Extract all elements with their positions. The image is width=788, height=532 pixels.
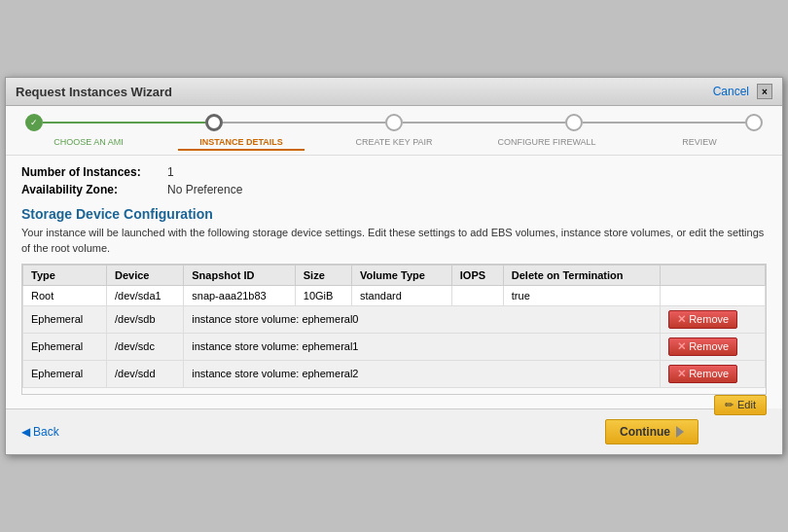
back-button[interactable]: ◀ Back [21, 425, 59, 439]
availability-zone-label: Availability Zone: [21, 183, 167, 196]
close-button[interactable]: × [757, 84, 772, 99]
remove-x-icon: ✕ [677, 313, 686, 326]
step-label-4[interactable]: CONFIGURE FIREWALL [484, 137, 610, 151]
table-row: Ephemeral/dev/sdcinstance store volume: … [23, 333, 766, 360]
continue-button-label: Continue [620, 425, 670, 439]
step-line-2 [223, 122, 385, 124]
table-cell: /dev/sdc [107, 333, 184, 360]
remove-button[interactable]: ✕ Remove [668, 310, 737, 329]
table-cell: Ephemeral [23, 333, 107, 360]
step-circle-4 [565, 114, 583, 131]
table-cell: /dev/sda1 [107, 285, 184, 305]
table-cell: /dev/sdb [107, 305, 184, 333]
title-bar: Request Instances Wizard Cancel × [6, 78, 782, 106]
remove-x-icon: ✕ [677, 340, 686, 353]
table-action-cell: ✕ Remove [661, 333, 766, 360]
col-snapshot: Snapshot ID [184, 265, 296, 285]
wizard-dialog: Request Instances Wizard Cancel × ✓ CHOO… [5, 77, 783, 455]
table-cell: Ephemeral [23, 305, 107, 333]
wizard-steps: ✓ CHOOSE AN AMI INSTANCE DETAILS CREATE … [6, 106, 782, 156]
availability-zone-value: No Preference [167, 183, 242, 196]
step-circle-2 [205, 114, 223, 131]
storage-table-container: Type Device Snapshot ID Size Volume Type… [21, 264, 767, 395]
cancel-link[interactable]: Cancel [713, 85, 749, 98]
table-cell: snap-aaa21b83 [184, 285, 296, 305]
col-volume-type: Volume Type [352, 265, 452, 285]
step-line-3 [403, 122, 565, 124]
step-circle-3 [385, 114, 403, 131]
table-action-cell [661, 285, 766, 305]
storage-section-title: Storage Device Configuration [21, 206, 767, 222]
col-actions [661, 265, 766, 285]
table-row: Ephemeral/dev/sdbinstance store volume: … [23, 305, 766, 333]
remove-button[interactable]: ✕ Remove [668, 337, 737, 356]
steps-labels: CHOOSE AN AMI INSTANCE DETAILS CREATE KE… [25, 135, 763, 155]
wizard-footer: ◀ Back Continue [6, 408, 714, 454]
table-cell: instance store volume: ephemeral2 [184, 360, 661, 387]
remove-x-icon: ✕ [677, 368, 686, 380]
continue-button[interactable]: Continue [605, 419, 698, 444]
table-cell: true [503, 285, 660, 305]
back-arrow-icon: ◀ [21, 425, 30, 439]
table-row: Root/dev/sda1snap-aaa21b8310GiBstandardt… [23, 285, 766, 305]
step-label-2[interactable]: INSTANCE DETAILS [178, 137, 304, 151]
col-size: Size [295, 265, 351, 285]
edit-button-label: Edit [737, 399, 756, 410]
steps-track: ✓ [25, 114, 763, 135]
table-action-cell: ✕ Remove [661, 360, 766, 387]
continue-arrow-icon [676, 426, 684, 438]
storage-table: Type Device Snapshot ID Size Volume Type… [22, 265, 766, 388]
main-content: Number of Instances: 1 Availability Zone… [6, 156, 782, 408]
dialog-title: Request Instances Wizard [16, 85, 172, 99]
col-delete: Delete on Termination [503, 265, 660, 285]
remove-button[interactable]: ✕ Remove [668, 365, 737, 383]
storage-section-desc: Your instance will be launched with the … [21, 226, 767, 256]
table-cell: standard [352, 285, 452, 305]
col-device: Device [107, 265, 184, 285]
col-iops: IOPS [451, 265, 503, 285]
table-cell: /dev/sdd [107, 360, 184, 387]
table-cell: Root [23, 285, 107, 305]
table-cell: instance store volume: ephemeral0 [184, 305, 661, 333]
step-circle-5 [745, 114, 763, 131]
table-cell: 10GiB [295, 285, 351, 305]
table-action-cell: ✕ Remove [661, 305, 766, 333]
col-type: Type [23, 265, 107, 285]
table-cell: Ephemeral [23, 360, 107, 387]
table-row: Ephemeral/dev/sddinstance store volume: … [23, 360, 766, 387]
step-line-1 [43, 122, 205, 124]
title-bar-actions: Cancel × [713, 84, 772, 99]
step-label-3[interactable]: CREATE KEY PAIR [331, 137, 457, 151]
step-circle-1: ✓ [25, 114, 43, 131]
back-button-label: Back [33, 425, 59, 439]
step-line-4 [583, 122, 745, 124]
table-header-row: Type Device Snapshot ID Size Volume Type… [23, 265, 766, 285]
step-label-1[interactable]: CHOOSE AN AMI [25, 137, 152, 151]
num-instances-label: Number of Instances: [21, 165, 167, 179]
table-cell [451, 285, 503, 305]
table-cell: instance store volume: ephemeral1 [184, 333, 661, 360]
num-instances-value: 1 [167, 165, 174, 179]
edit-button[interactable]: ✏ Edit [714, 395, 767, 415]
num-instances-row: Number of Instances: 1 [21, 165, 767, 179]
pencil-icon: ✏ [725, 399, 734, 411]
step-label-5[interactable]: REVIEW [636, 137, 763, 151]
availability-zone-row: Availability Zone: No Preference [21, 183, 767, 196]
